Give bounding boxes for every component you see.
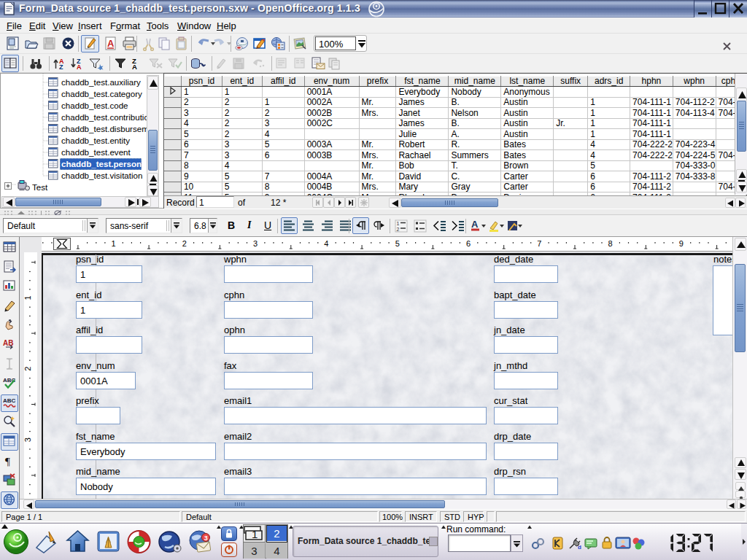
svg-text:Z: Z xyxy=(59,63,63,70)
svg-text:3: 3 xyxy=(24,438,32,442)
svg-text:9: 9 xyxy=(679,239,684,248)
svg-text:A: A xyxy=(107,38,115,49)
svg-text:5: 5 xyxy=(395,239,400,248)
svg-text:2: 2 xyxy=(182,239,187,248)
svg-text:AB: AB xyxy=(3,339,13,347)
svg-text:1: 1 xyxy=(24,295,32,300)
svg-text:d: d xyxy=(578,544,581,551)
svg-text:A: A xyxy=(471,219,479,230)
svg-text:3: 3 xyxy=(204,534,208,542)
svg-text:8: 8 xyxy=(608,239,613,248)
svg-text:ABC: ABC xyxy=(3,397,16,404)
svg-text:3: 3 xyxy=(253,239,258,248)
svg-text:A: A xyxy=(77,63,82,70)
svg-text:1: 1 xyxy=(397,221,400,226)
svg-text:4: 4 xyxy=(324,239,328,248)
svg-text:2: 2 xyxy=(397,227,400,232)
svg-text:6: 6 xyxy=(466,239,471,248)
svg-text:1: 1 xyxy=(111,239,115,248)
svg-text:7: 7 xyxy=(537,239,541,248)
svg-text:A: A xyxy=(132,63,137,70)
svg-text:¶: ¶ xyxy=(5,456,10,467)
svg-text:2: 2 xyxy=(24,367,32,371)
